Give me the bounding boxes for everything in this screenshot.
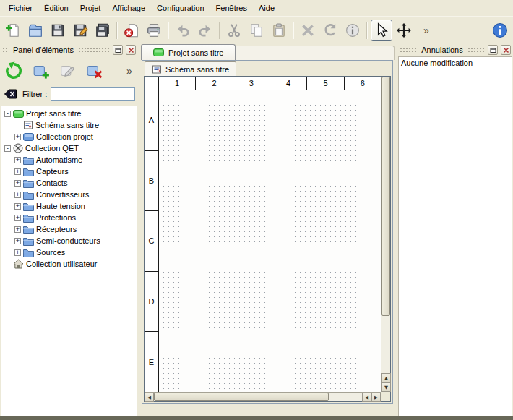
tab-schema[interactable]: Schéma sans titre xyxy=(145,61,236,76)
diagram-info-button[interactable] xyxy=(342,20,363,41)
main-toolbar: » xyxy=(0,17,513,43)
paste-button[interactable] xyxy=(268,20,290,41)
pan-mode-button[interactable] xyxy=(393,20,415,41)
tree-item[interactable]: +Sources xyxy=(1,247,137,258)
vertical-scrollbar-track[interactable] xyxy=(381,316,390,373)
copy-button[interactable] xyxy=(246,20,267,41)
select-mode-button[interactable] xyxy=(371,20,392,41)
open-project-button[interactable] xyxy=(25,20,46,41)
schema-canvas[interactable] xyxy=(159,90,381,392)
dock-handle[interactable] xyxy=(467,47,485,53)
panel-overflow-button[interactable]: » xyxy=(124,63,135,79)
scroll-left-button-end[interactable]: ◀ xyxy=(362,393,371,402)
expand-expander[interactable]: + xyxy=(14,134,21,140)
dock-handle[interactable] xyxy=(2,47,9,53)
rotate-button[interactable] xyxy=(319,20,341,41)
close-project-button[interactable] xyxy=(121,20,142,41)
tree-item[interactable]: Schéma sans titre xyxy=(1,119,137,131)
horizontal-scrollbar-thumb[interactable] xyxy=(154,393,329,401)
left-arrow-icon: ◀ xyxy=(365,395,368,400)
dock-handle[interactable] xyxy=(78,47,110,53)
expand-expander[interactable]: + xyxy=(14,215,21,221)
expand-expander[interactable]: + xyxy=(14,168,21,175)
tree-item-label: Sources xyxy=(36,248,65,257)
tree-item[interactable]: +Récepteurs xyxy=(1,223,137,235)
filter-label: Filtrer : xyxy=(22,90,47,98)
menu-configuration[interactable]: Configuration xyxy=(151,1,210,14)
tree-item[interactable]: +Automatisme xyxy=(1,154,137,166)
filter-input[interactable] xyxy=(51,87,135,101)
close-panel-button[interactable] xyxy=(126,45,136,55)
toolbar-overflow-button[interactable]: » xyxy=(415,20,437,41)
float-panel-button[interactable] xyxy=(113,45,123,55)
menu-affichage[interactable]: Affichage xyxy=(106,1,151,14)
edit-element-button[interactable] xyxy=(56,59,79,82)
elements-tree[interactable]: -Projet sans titreSchéma sans titre+Coll… xyxy=(1,106,137,416)
reload-collections-button[interactable] xyxy=(3,59,26,82)
vertical-scrollbar-thumb[interactable] xyxy=(381,77,390,316)
tree-item[interactable]: -Projet sans titre xyxy=(1,108,137,119)
tree-item[interactable]: +Haute tension xyxy=(1,200,137,212)
scroll-left-button[interactable]: ◀ xyxy=(145,393,154,402)
refresh-icon xyxy=(5,61,24,80)
about-button[interactable] xyxy=(489,20,511,41)
tree-item[interactable]: +Protections xyxy=(1,212,137,223)
expand-expander[interactable]: + xyxy=(14,192,21,198)
float-undo-button[interactable] xyxy=(488,45,498,55)
schema-icon xyxy=(152,64,162,74)
menu-edition[interactable]: Édition xyxy=(38,1,74,14)
tab-project[interactable]: Projet sans titre xyxy=(141,44,236,60)
collapse-expander[interactable]: - xyxy=(4,145,11,152)
toolbar-separator xyxy=(168,22,169,39)
tree-item[interactable]: Collection utilisateur xyxy=(1,258,137,270)
menu-fenetres[interactable]: Fenêtres xyxy=(210,1,253,14)
delete-element-button[interactable] xyxy=(83,59,106,82)
horizontal-scrollbar-track[interactable] xyxy=(329,393,362,401)
undo-panel-titlebar[interactable]: Annulations xyxy=(397,43,513,56)
undo-list[interactable]: Aucune modification xyxy=(398,56,512,416)
tree-item[interactable]: -Collection QET xyxy=(1,142,137,154)
collapse-expander[interactable]: - xyxy=(4,111,11,117)
new-element-button[interactable] xyxy=(30,59,53,82)
save-button[interactable] xyxy=(47,20,69,41)
menu-aide[interactable]: Aide xyxy=(253,1,280,14)
close-undo-button[interactable] xyxy=(501,45,511,55)
horizontal-scrollbar[interactable]: ◀ ◀ ▶ xyxy=(145,392,381,401)
expand-expander[interactable]: + xyxy=(14,226,21,233)
delete-button[interactable] xyxy=(297,20,319,41)
dock-handle[interactable] xyxy=(400,47,417,53)
tree-item[interactable]: +Capteurs xyxy=(1,166,137,177)
elements-panel-titlebar[interactable]: Panel d'éléments xyxy=(0,43,138,56)
tree-item-label: Schéma sans titre xyxy=(35,121,99,129)
save-all-button[interactable] xyxy=(92,20,113,41)
scroll-right-button[interactable]: ▶ xyxy=(371,393,381,402)
expand-expander[interactable]: + xyxy=(14,203,21,210)
redo-icon xyxy=(197,22,213,38)
scroll-down-button[interactable]: ▼ xyxy=(381,382,391,392)
cut-button[interactable] xyxy=(223,20,245,41)
save-as-button[interactable] xyxy=(69,20,91,41)
clear-filter-button[interactable] xyxy=(3,87,19,100)
toolbar-separator xyxy=(116,22,118,39)
tree-item[interactable]: +Collection projet xyxy=(1,131,137,142)
tree-item[interactable]: +Convertisseurs xyxy=(1,189,137,200)
undo-button[interactable] xyxy=(172,20,194,41)
expand-expander[interactable]: + xyxy=(14,249,21,256)
expand-expander[interactable]: + xyxy=(14,238,21,244)
folder-icon xyxy=(23,167,34,176)
tree-item[interactable]: +Contacts xyxy=(1,177,137,189)
menu-projet[interactable]: Projet xyxy=(74,1,107,14)
expand-expander[interactable]: + xyxy=(14,157,21,163)
column-header: 5 xyxy=(307,77,344,90)
print-button[interactable] xyxy=(143,20,165,41)
menu-fichier[interactable]: Fichier xyxy=(3,1,38,14)
tree-item-label: Protections xyxy=(36,213,76,222)
scroll-up-button[interactable]: ▲ xyxy=(381,373,391,382)
tree-item[interactable]: +Semi-conducteurs xyxy=(1,235,137,247)
new-file-button[interactable] xyxy=(2,20,24,41)
row-header: A xyxy=(145,90,158,151)
expand-expander[interactable]: + xyxy=(14,180,21,187)
redo-button[interactable] xyxy=(194,20,216,41)
close-icon xyxy=(128,47,134,53)
vertical-scrollbar[interactable]: ▲ ▼ xyxy=(381,77,390,392)
